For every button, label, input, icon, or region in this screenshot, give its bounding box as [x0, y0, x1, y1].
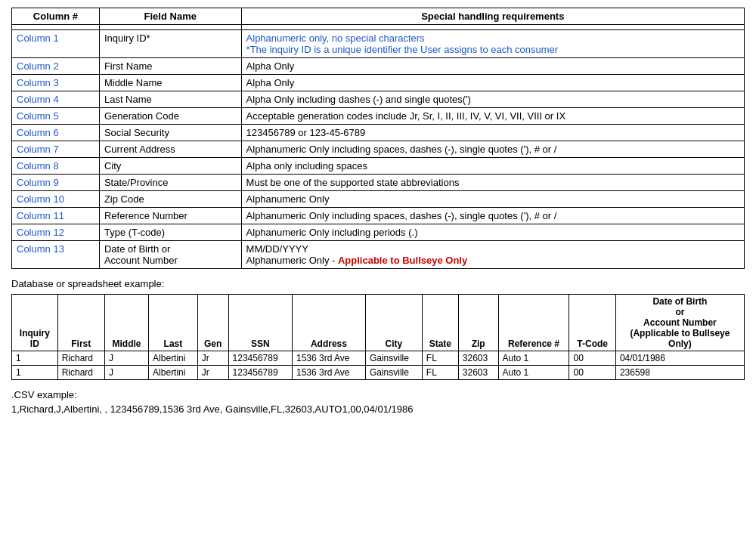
- cell: 32603: [458, 351, 498, 366]
- cell: 123456789: [228, 366, 292, 380]
- table-row: Column 12 Type (T-code) Alphanumeric Onl…: [12, 224, 745, 241]
- cell: Jr: [197, 366, 228, 380]
- table-row: Column 8 City Alpha only including space…: [12, 158, 745, 175]
- field-name: State/Province: [99, 175, 241, 191]
- cell: 1: [12, 351, 58, 366]
- table-row: 1 Richard J Albertini Jr 123456789 1536 …: [12, 366, 745, 380]
- col-num: Column 5: [12, 108, 100, 125]
- special-req: MM/DD/YYYY Alphanumeric Only - Applicabl…: [241, 241, 744, 269]
- ex-header: InquiryID: [12, 295, 58, 351]
- cell: Gainsville: [365, 366, 422, 380]
- cell: FL: [422, 366, 458, 380]
- field-name: Date of Birth orAccount Number: [99, 241, 241, 269]
- table-row: Column 3 Middle Name Alpha Only: [12, 75, 745, 91]
- cell: Auto 1: [498, 351, 569, 366]
- col-header-1: Column #: [12, 8, 100, 25]
- table-row: Column 4 Last Name Alpha Only including …: [12, 91, 745, 108]
- table-row: Column 1 Inquiry ID* Alphanumeric only, …: [12, 30, 745, 58]
- col-num: Column 9: [12, 175, 100, 191]
- table-row: [12, 25, 745, 30]
- cell: Auto 1: [498, 366, 569, 380]
- table-row: 1 Richard J Albertini Jr 123456789 1536 …: [12, 351, 745, 366]
- csv-label: .CSV example:: [11, 389, 745, 400]
- cell: Albertini: [149, 366, 198, 380]
- cell: Jr: [197, 351, 228, 366]
- cell: 236598: [615, 366, 744, 380]
- ex-header: Zip: [458, 295, 498, 351]
- cell: FL: [422, 351, 458, 366]
- ex-header: City: [365, 295, 422, 351]
- special-req: Alpha Only including dashes (-) and sing…: [241, 91, 744, 108]
- special-req: Alpha only including spaces: [241, 158, 744, 175]
- table-row: Column 6 Social Security 123456789 or 12…: [12, 125, 745, 141]
- field-name: Zip Code: [99, 191, 241, 208]
- cell: 00: [569, 366, 615, 380]
- cell: 1536 3rd Ave: [293, 351, 366, 366]
- cell: Richard: [57, 351, 104, 366]
- special-req: Alphanumeric Only including spaces, dash…: [241, 141, 744, 158]
- cell: J: [104, 351, 148, 366]
- cell: 04/01/1986: [615, 351, 744, 366]
- field-name: City: [99, 158, 241, 175]
- cell: J: [104, 366, 148, 380]
- field-name: Current Address: [99, 141, 241, 158]
- table-row: Column 11 Reference Number Alphanumeric …: [12, 208, 745, 224]
- col-num: Column 7: [12, 141, 100, 158]
- cell: Richard: [57, 366, 104, 380]
- db-example-label: Database or spreadsheet example:: [11, 278, 745, 289]
- col-num: Column 11: [12, 208, 100, 224]
- table-row: Column 9 State/Province Must be one of t…: [12, 175, 745, 191]
- field-name: First Name: [99, 58, 241, 75]
- col-num: Column 8: [12, 158, 100, 175]
- cell: 32603: [458, 366, 498, 380]
- cell: 1536 3rd Ave: [293, 366, 366, 380]
- cell: Gainsville: [365, 351, 422, 366]
- ex-header: Address: [293, 295, 366, 351]
- field-name: Type (T-code): [99, 224, 241, 241]
- table-row: Column 2 First Name Alpha Only: [12, 58, 745, 75]
- ex-header: Middle: [104, 295, 148, 351]
- ex-header: Last: [149, 295, 198, 351]
- col-num: Column 10: [12, 191, 100, 208]
- table-row: Column 5 Generation Code Acceptable gene…: [12, 108, 745, 125]
- field-name: Reference Number: [99, 208, 241, 224]
- ex-header: Gen: [197, 295, 228, 351]
- table-row: Column 7 Current Address Alphanumeric On…: [12, 141, 745, 158]
- cell: 00: [569, 351, 615, 366]
- col-num: Column 2: [12, 58, 100, 75]
- ex-header: SSN: [228, 295, 292, 351]
- special-req: 123456789 or 123-45-6789: [241, 125, 744, 141]
- col-header-3: Special handling requirements: [241, 8, 744, 25]
- example-table: InquiryID First Middle Last Gen SSN Addr…: [11, 294, 745, 380]
- ex-header: First: [57, 295, 104, 351]
- special-req: Acceptable generation codes include Jr, …: [241, 108, 744, 125]
- csv-value: 1,Richard,J,Albertini, , 123456789,1536 …: [11, 403, 745, 415]
- special-req: Alpha Only: [241, 75, 744, 91]
- col-num: Column 4: [12, 91, 100, 108]
- col-num: Column 3: [12, 75, 100, 91]
- table-row: Column 13 Date of Birth orAccount Number…: [12, 241, 745, 269]
- col-num: Column 12: [12, 224, 100, 241]
- cell: 1: [12, 366, 58, 380]
- field-name: Last Name: [99, 91, 241, 108]
- cell: Albertini: [149, 351, 198, 366]
- col-header-2: Field Name: [99, 8, 241, 25]
- ex-header: T-Code: [569, 295, 615, 351]
- special-req: Must be one of the supported state abbre…: [241, 175, 744, 191]
- special-req: Alphanumeric Only including spaces, dash…: [241, 208, 744, 224]
- field-name: Social Security: [99, 125, 241, 141]
- ex-header: Reference #: [498, 295, 569, 351]
- special-req: Alphanumeric only, no special characters…: [241, 30, 744, 58]
- special-req: Alpha Only: [241, 58, 744, 75]
- cell: 123456789: [228, 351, 292, 366]
- special-req: Alphanumeric Only including periods (.): [241, 224, 744, 241]
- col-num: Column 13: [12, 241, 100, 269]
- field-name: Generation Code: [99, 108, 241, 125]
- table-row: Column 10 Zip Code Alphanumeric Only: [12, 191, 745, 208]
- col-num: Column 6: [12, 125, 100, 141]
- col-num: Column 1: [12, 30, 100, 58]
- field-name: Middle Name: [99, 75, 241, 91]
- special-req: Alphanumeric Only: [241, 191, 744, 208]
- ex-header: Date of BirthorAccount Number(Applicable…: [615, 295, 744, 351]
- ex-header: State: [422, 295, 458, 351]
